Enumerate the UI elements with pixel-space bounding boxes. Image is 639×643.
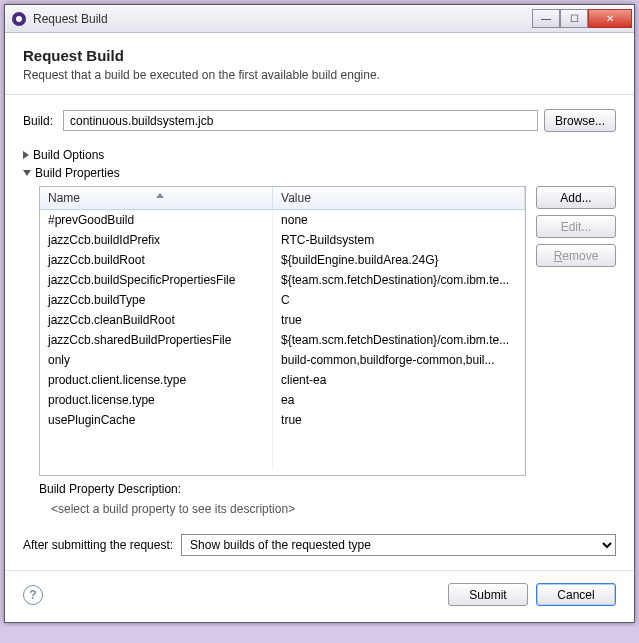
- description-label: Build Property Description:: [23, 476, 616, 498]
- column-header-value[interactable]: Value: [273, 187, 525, 210]
- window-title: Request Build: [33, 12, 532, 26]
- property-name: jazzCcb.buildType: [40, 290, 273, 310]
- property-value: ${buildEngine.buildArea.24G}: [273, 250, 525, 270]
- build-properties-section[interactable]: Build Properties: [23, 164, 616, 182]
- maximize-button[interactable]: ☐: [560, 9, 588, 28]
- close-button[interactable]: ✕: [588, 9, 632, 28]
- property-value: build-common,buildforge-common,buil...: [273, 350, 525, 370]
- property-value: none: [273, 210, 525, 231]
- minimize-button[interactable]: —: [532, 9, 560, 28]
- help-icon[interactable]: ?: [23, 585, 43, 605]
- property-name: jazzCcb.sharedBuildPropertiesFile: [40, 330, 273, 350]
- property-value: RTC-Buildsystem: [273, 230, 525, 250]
- table-row[interactable]: jazzCcb.buildSpecificPropertiesFile${tea…: [40, 270, 525, 290]
- properties-table[interactable]: Name Value #prevGoodBuildnonejazzCcb.bui…: [39, 186, 526, 476]
- property-name: jazzCcb.buildIdPrefix: [40, 230, 273, 250]
- property-value: C: [273, 290, 525, 310]
- table-row[interactable]: onlybuild-common,buildforge-common,buil.…: [40, 350, 525, 370]
- submit-button[interactable]: Submit: [448, 583, 528, 606]
- edit-button: Edit...: [536, 215, 616, 238]
- property-name: usePluginCache: [40, 410, 273, 430]
- dialog-window: Request Build — ☐ ✕ Request Build Reques…: [4, 4, 635, 623]
- sort-asc-icon: [156, 193, 164, 198]
- app-icon: [11, 11, 27, 27]
- table-row[interactable]: jazzCcb.buildTypeC: [40, 290, 525, 310]
- table-row[interactable]: product.license.typeea: [40, 390, 525, 410]
- property-value: ${team.scm.fetchDestination}/com.ibm.te.…: [273, 330, 525, 350]
- table-row[interactable]: jazzCcb.buildRoot${buildEngine.buildArea…: [40, 250, 525, 270]
- cancel-button[interactable]: Cancel: [536, 583, 616, 606]
- property-name: product.client.license.type: [40, 370, 273, 390]
- property-value: client-ea: [273, 370, 525, 390]
- property-name: jazzCcb.buildSpecificPropertiesFile: [40, 270, 273, 290]
- page-title: Request Build: [23, 47, 616, 64]
- chevron-down-icon: [23, 170, 31, 176]
- chevron-right-icon: [23, 151, 29, 159]
- svg-point-1: [16, 16, 22, 22]
- page-subtitle: Request that a build be executed on the …: [23, 68, 616, 82]
- build-properties-label: Build Properties: [35, 166, 120, 180]
- property-value: ea: [273, 390, 525, 410]
- description-hint: <select a build property to see its desc…: [23, 498, 616, 528]
- table-row[interactable]: product.client.license.typeclient-ea: [40, 370, 525, 390]
- build-options-label: Build Options: [33, 148, 104, 162]
- property-name: product.license.type: [40, 390, 273, 410]
- property-value: ${team.scm.fetchDestination}/com.ibm.te.…: [273, 270, 525, 290]
- column-header-name[interactable]: Name: [40, 187, 273, 210]
- table-row[interactable]: jazzCcb.cleanBuildRoottrue: [40, 310, 525, 330]
- table-row[interactable]: jazzCcb.buildIdPrefixRTC-Buildsystem: [40, 230, 525, 250]
- table-row[interactable]: #prevGoodBuildnone: [40, 210, 525, 231]
- build-input[interactable]: [63, 110, 538, 131]
- property-value: true: [273, 310, 525, 330]
- after-select[interactable]: Show builds of the requested type: [181, 534, 616, 556]
- titlebar[interactable]: Request Build — ☐ ✕: [5, 5, 634, 33]
- property-name: only: [40, 350, 273, 370]
- table-row[interactable]: usePluginCachetrue: [40, 410, 525, 430]
- property-value: true: [273, 410, 525, 430]
- after-label: After submitting the request:: [23, 538, 173, 552]
- remove-button: Remove: [536, 244, 616, 267]
- property-name: jazzCcb.buildRoot: [40, 250, 273, 270]
- table-row[interactable]: jazzCcb.sharedBuildPropertiesFile${team.…: [40, 330, 525, 350]
- build-label: Build:: [23, 114, 57, 128]
- dialog-header: Request Build Request that a build be ex…: [5, 33, 634, 95]
- browse-button[interactable]: Browse...: [544, 109, 616, 132]
- property-name: jazzCcb.cleanBuildRoot: [40, 310, 273, 330]
- build-options-section[interactable]: Build Options: [23, 146, 616, 164]
- build-row: Build: Browse...: [23, 109, 616, 132]
- property-name: #prevGoodBuild: [40, 210, 273, 231]
- add-button[interactable]: Add...: [536, 186, 616, 209]
